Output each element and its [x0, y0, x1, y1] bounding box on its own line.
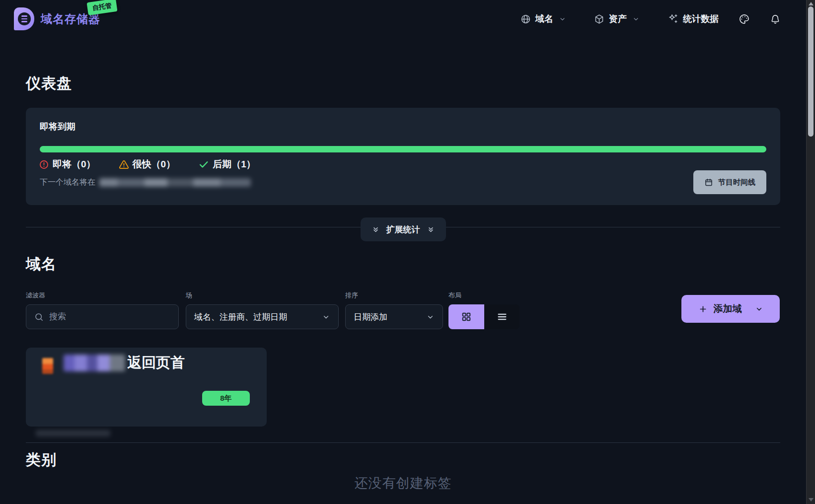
next-domain-text: 下一个域名将在 [40, 177, 95, 188]
chevron-down-icon [426, 313, 435, 321]
domain-favicon-redacted [42, 358, 53, 374]
main-content: 仪表盘 即将到期 即将（0） 很快（0） 后期（1） [26, 0, 780, 504]
section-title-domains: 域名 [26, 254, 57, 275]
scrollbar-thumb[interactable] [808, 6, 814, 137]
chevron-down-icon [322, 313, 330, 321]
expand-stats-button[interactable]: 扩展统计 [361, 217, 446, 241]
domain-age-badge: 8年 [202, 391, 250, 406]
scrollbar-track[interactable] [806, 0, 815, 504]
chevron-down-icon [755, 305, 763, 313]
search-box[interactable] [26, 304, 179, 329]
filter-field-group: 场 域名、注册商、过期日期 [186, 291, 339, 329]
filters-row: 滤波器 场 域名、注册商、过期日期 排序 日期添加 [26, 291, 780, 331]
filter-sort-label: 排序 [345, 291, 443, 300]
alert-triangle-icon [119, 159, 129, 170]
redacted-pagination [36, 430, 110, 436]
expiry-card-footer: 下一个域名将在 节目时间线 [40, 169, 766, 195]
search-input[interactable] [49, 312, 170, 322]
domain-name-redacted [64, 355, 125, 371]
sort-select[interactable]: 日期添加 [345, 304, 443, 329]
redacted-next-domain [99, 178, 251, 187]
page-title-dashboard: 仪表盘 [26, 73, 72, 94]
sort-select-value: 日期添加 [354, 311, 387, 323]
domain-card-title: 返回页首 [127, 353, 185, 373]
layout-list-button[interactable] [484, 304, 519, 329]
field-select[interactable]: 域名、注册商、过期日期 [186, 304, 339, 329]
filter-search-group: 滤波器 [26, 291, 179, 329]
expiry-progress-bar [40, 146, 766, 152]
magnifier-icon [34, 312, 44, 322]
check-icon [198, 159, 209, 170]
list-icon [497, 311, 508, 322]
timeline-button-label: 节目时间线 [718, 178, 755, 187]
filter-sort-group: 排序 日期添加 [345, 291, 443, 329]
double-chevron-down-icon [427, 225, 435, 234]
field-select-value: 域名、注册商、过期日期 [194, 311, 287, 323]
filter-layout-label: 布局 [448, 291, 519, 300]
double-chevron-down-icon [371, 225, 380, 234]
scrollbar-up-arrow-icon[interactable] [809, 2, 814, 5]
timeline-button[interactable]: 节目时间线 [693, 170, 766, 194]
calendar-icon [704, 178, 713, 187]
add-domain-label: 添加域 [714, 302, 742, 315]
layout-toggle [448, 304, 519, 329]
alert-circle-icon [39, 159, 49, 170]
domain-card[interactable]: 返回页首 8年 [26, 348, 267, 427]
filter-search-label: 滤波器 [26, 291, 179, 300]
layout-grid-button[interactable] [448, 304, 484, 329]
section-title-categories: 类别 [26, 450, 57, 470]
add-domain-button[interactable]: 添加域 [681, 295, 780, 323]
scrollbar-down-arrow-icon[interactable] [809, 498, 814, 502]
grid-icon [461, 311, 472, 322]
next-domain-text-wrap: 下一个域名将在 [40, 177, 251, 188]
expiry-card: 即将到期 即将（0） 很快（0） 后期（1） [26, 108, 780, 205]
section-divider [26, 442, 780, 443]
expiry-card-title: 即将到期 [40, 121, 75, 133]
categories-empty-text: 还没有创建标签 [26, 474, 780, 492]
filter-field-label: 场 [186, 291, 339, 300]
expand-stats-label: 扩展统计 [386, 224, 420, 235]
filter-layout-group: 布局 [448, 291, 519, 329]
plus-icon [698, 304, 708, 314]
